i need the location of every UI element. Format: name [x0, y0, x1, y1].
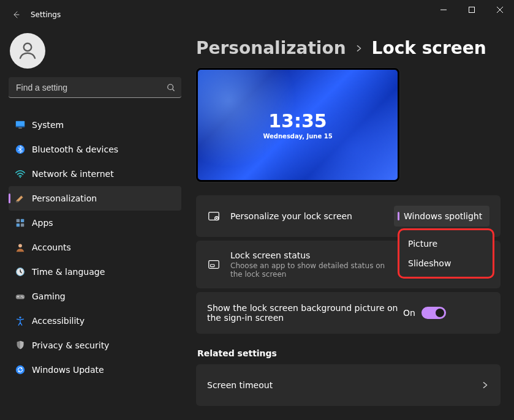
svg-rect-0 [469, 7, 475, 13]
sidebar-item-label: Time & language [32, 267, 105, 277]
sidebar-item-privacy[interactable]: Privacy & security [9, 333, 181, 358]
dropdown-option-slideshow[interactable]: Slideshow [399, 253, 493, 273]
svg-point-1 [24, 43, 32, 51]
window-title: Settings [31, 10, 61, 19]
sidebar-item-label: Accessibility [32, 316, 85, 326]
sidebar-item-label: Accounts [32, 242, 71, 252]
picture-icon [207, 209, 230, 223]
sidebar-item-label: Network & internet [32, 169, 114, 179]
preview-time: 13:35 [268, 110, 327, 132]
minimize-button[interactable] [429, 0, 458, 20]
sidebar-item-label: System [32, 120, 64, 130]
person-icon [17, 40, 39, 62]
sidebar-item-label: Windows Update [32, 365, 104, 375]
account-header[interactable] [9, 29, 181, 72]
sidebar: System Bluetooth & devices Network & int… [0, 29, 190, 420]
lock-screen-preview: 13:35 Wednesday, June 15 [196, 68, 399, 182]
svg-point-18 [19, 317, 21, 318]
svg-point-19 [16, 366, 25, 374]
related-heading: Related settings [197, 348, 501, 358]
nav-list: System Bluetooth & devices Network & int… [9, 113, 181, 382]
arrow-left-icon [11, 10, 21, 20]
personalize-row: Personalize your lock screen Windows spo… [196, 195, 501, 237]
screen-timeout-row[interactable]: Screen timeout [196, 364, 501, 406]
chevron-right-icon [481, 381, 489, 389]
sidebar-item-personalization[interactable]: Personalization [9, 186, 181, 211]
maximize-icon [469, 7, 475, 13]
svg-rect-11 [17, 223, 20, 227]
sidebar-item-system[interactable]: System [9, 113, 181, 137]
breadcrumb: Personalization Lock screen [196, 38, 501, 58]
screen-timeout-label: Screen timeout [207, 380, 481, 390]
personalize-dropdown-menu: Picture Slideshow [398, 228, 494, 279]
time-icon [15, 266, 32, 277]
svg-rect-4 [16, 126, 25, 127]
sidebar-item-accounts[interactable]: Accounts [9, 235, 181, 260]
accounts-icon [15, 242, 32, 253]
page-title: Lock screen [372, 38, 486, 58]
status-subtitle: Choose an app to show detailed status on… [230, 261, 390, 279]
svg-rect-9 [17, 219, 20, 222]
signin-title: Show the lock screen background picture … [207, 303, 403, 323]
avatar [10, 33, 45, 69]
svg-point-2 [168, 84, 173, 90]
svg-rect-8 [16, 201, 19, 203]
search-input[interactable] [9, 77, 181, 98]
svg-point-17 [23, 297, 24, 298]
svg-point-7 [20, 176, 21, 178]
sidebar-item-label: Bluetooth & devices [32, 144, 118, 154]
update-icon [15, 364, 32, 375]
status-icon [207, 258, 230, 271]
privacy-icon [15, 340, 32, 351]
svg-rect-5 [18, 128, 21, 129]
preview-date: Wednesday, June 15 [263, 133, 332, 140]
signin-toggle[interactable] [421, 307, 446, 319]
sidebar-item-update[interactable]: Windows Update [9, 358, 181, 382]
main-content: Personalization Lock screen 13:35 Wednes… [190, 29, 514, 420]
minimize-icon [440, 7, 447, 13]
sidebar-item-label: Personalization [32, 193, 97, 203]
toggle-state-label: On [403, 308, 415, 318]
maximize-button[interactable] [458, 0, 486, 20]
system-icon [15, 119, 32, 130]
sidebar-item-network[interactable]: Network & internet [9, 162, 181, 186]
svg-rect-12 [21, 223, 24, 227]
titlebar: Settings [0, 0, 514, 29]
sidebar-item-bluetooth[interactable]: Bluetooth & devices [9, 137, 181, 162]
network-icon [15, 168, 32, 179]
sidebar-item-gaming[interactable]: Gaming [9, 284, 181, 309]
breadcrumb-parent[interactable]: Personalization [196, 38, 346, 58]
close-button[interactable] [486, 0, 514, 20]
sidebar-item-time-language[interactable]: Time & language [9, 260, 181, 284]
back-button[interactable] [5, 4, 27, 26]
sidebar-item-label: Apps [32, 218, 53, 228]
signin-row: Show the lock screen background picture … [196, 292, 501, 334]
sidebar-item-accessibility[interactable]: Accessibility [9, 309, 181, 333]
close-icon [497, 7, 503, 13]
svg-point-13 [18, 244, 22, 247]
svg-rect-23 [211, 264, 214, 267]
dropdown-value: Windows spotlight [404, 211, 483, 221]
gaming-icon [15, 291, 32, 302]
personalization-icon [15, 193, 32, 204]
apps-icon [15, 217, 32, 228]
window-controls [429, 0, 514, 20]
svg-rect-15 [16, 294, 25, 299]
chevron-right-icon [355, 44, 363, 53]
svg-rect-10 [21, 219, 24, 222]
search-icon [167, 83, 175, 92]
search-wrap [9, 77, 181, 98]
personalize-title: Personalize your lock screen [230, 211, 394, 221]
accessibility-icon [15, 315, 32, 326]
sidebar-item-label: Privacy & security [32, 340, 109, 350]
bluetooth-icon [15, 144, 32, 155]
sidebar-item-apps[interactable]: Apps [9, 211, 181, 235]
personalize-dropdown[interactable]: Windows spotlight [394, 206, 489, 227]
svg-point-16 [21, 296, 23, 297]
dropdown-option-picture[interactable]: Picture [399, 234, 493, 253]
sidebar-item-label: Gaming [32, 291, 66, 301]
